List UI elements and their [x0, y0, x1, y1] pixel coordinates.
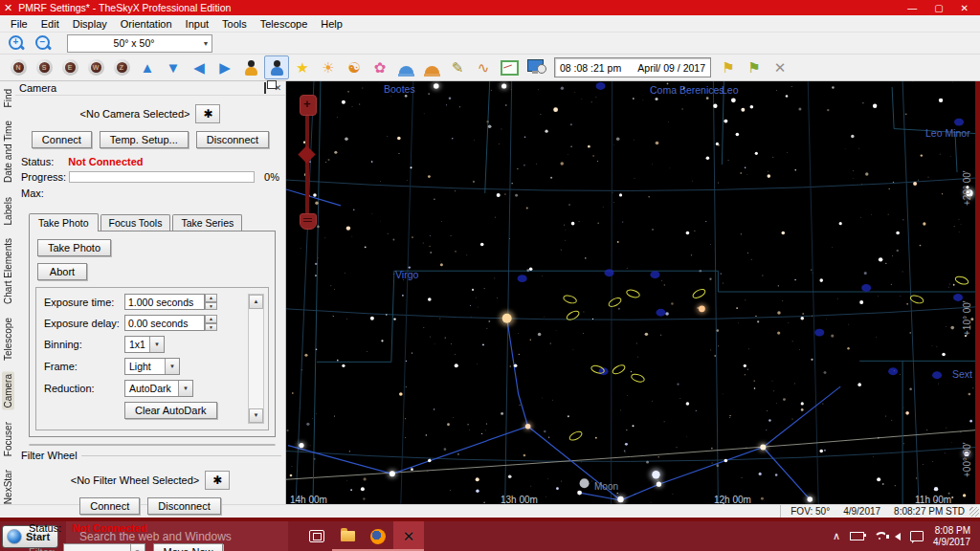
menu-item-display[interactable]: Display — [66, 17, 114, 31]
minimize-icon[interactable]: — — [907, 3, 917, 13]
max-label: Max: — [21, 187, 285, 199]
menu-item-input[interactable]: Input — [179, 17, 215, 31]
float-panel-icon[interactable] — [264, 83, 266, 93]
zoom-slider[interactable] — [300, 95, 315, 231]
spinner-control[interactable]: ▲▼ — [205, 294, 217, 310]
zoom-in-button[interactable]: + — [4, 32, 29, 55]
sun-options-button[interactable]: ☀ — [316, 55, 341, 79]
look-south-icon: S — [36, 59, 53, 76]
zoom-plus-icon[interactable] — [300, 95, 317, 116]
camera-settings-button[interactable]: ✱ — [195, 104, 220, 123]
sidebar-tab-nexstar[interactable]: NexStar — [2, 468, 14, 506]
horizontal-scrollbar[interactable] — [29, 444, 276, 446]
camera-disconnect-button[interactable]: Disconnect — [196, 131, 269, 148]
close-tool-button[interactable]: ✕ — [768, 55, 792, 79]
progress-bar — [69, 171, 255, 183]
temp-setup-button[interactable]: Temp. Setup... — [100, 131, 189, 148]
stellar-options-button[interactable]: ★ — [290, 55, 315, 79]
frame-select[interactable]: Light▼ — [124, 358, 180, 375]
wifi-icon[interactable] — [874, 532, 885, 540]
move-down-button[interactable]: ▼ — [161, 55, 186, 79]
move-now-button[interactable]: Move Now — [153, 543, 224, 551]
constellation-lines-button[interactable]: ∿ — [471, 55, 496, 79]
observer-view-button[interactable] — [238, 55, 263, 79]
camera-connect-button[interactable]: Connect — [32, 131, 92, 148]
zoom-out-button[interactable]: − — [31, 32, 56, 55]
filter-settings-button[interactable]: ✱ — [205, 471, 230, 490]
field-row: Clear AutoDark — [44, 402, 243, 419]
tray-chevron-icon[interactable]: ∧ — [833, 530, 840, 542]
battery-icon[interactable] — [850, 532, 864, 540]
camera-panel-title: Camera — [19, 82, 256, 94]
menu-item-help[interactable]: Help — [314, 17, 349, 31]
galaxy-options-button[interactable]: ☯ — [342, 55, 367, 79]
dome-blue-button[interactable] — [393, 55, 418, 79]
select-value: AutoDark — [125, 383, 178, 394]
labels-tool-button[interactable]: ✎ — [445, 55, 470, 79]
chart-status-segment: FOV: 50° 4/9/2017 8:08:27 PM STD — [780, 505, 980, 518]
clear-autodark-button[interactable]: Clear AutoDark — [124, 402, 217, 419]
speaker-icon[interactable] — [895, 533, 901, 540]
take-photo-button[interactable]: Take Photo — [37, 239, 111, 256]
menu-item-tools[interactable]: Tools — [215, 17, 254, 31]
filter-status-label: Status: — [29, 522, 61, 534]
menu-item-file[interactable]: File — [4, 17, 34, 31]
sidebar-tab-camera[interactable]: Camera — [2, 372, 14, 410]
binning-select[interactable]: 1x1▼ — [124, 336, 165, 353]
abort-button[interactable]: Abort — [37, 263, 87, 280]
camera-tab-widget: Take PhotoFocus ToolsTake Series Take Ph… — [29, 214, 276, 437]
sidebar-tab-find[interactable]: Find — [2, 87, 14, 109]
computer-time-button[interactable] — [523, 55, 547, 79]
task-view-button[interactable] — [301, 521, 332, 551]
theskyx-taskbar-button[interactable]: ✕ — [393, 521, 424, 551]
move-up-button[interactable]: ▲ — [135, 55, 160, 79]
firefox-button[interactable] — [363, 521, 393, 551]
tab-take-photo[interactable]: Take Photo — [29, 213, 99, 231]
observer-view-alt-button[interactable] — [264, 55, 289, 79]
filter-select[interactable]: ▼ — [63, 543, 145, 551]
find-marker-alt-button[interactable]: ⚑ — [742, 55, 767, 79]
menu-item-telescope[interactable]: Telescope — [254, 17, 315, 31]
find-marker-button[interactable]: ⚑ — [716, 55, 741, 79]
chart-legend-button[interactable] — [497, 55, 522, 79]
fov-selector[interactable]: 50° x 50° ▼ — [67, 34, 212, 53]
sidebar-tab-focuser[interactable]: Focuser — [2, 420, 14, 458]
exposure-delay-input[interactable]: 0.00 seconds — [124, 315, 205, 331]
exposure-time-input[interactable]: 1.000 seconds — [124, 294, 205, 310]
tab-focus-tools[interactable]: Focus Tools — [100, 214, 171, 231]
resize-grip[interactable] — [969, 507, 979, 517]
menu-item-edit[interactable]: Edit — [34, 17, 66, 31]
menu-item-orientation[interactable]: Orientation — [114, 17, 179, 31]
vertical-scrollbar[interactable]: ▲ ▼ — [248, 294, 264, 424]
zoom-minus-icon[interactable] — [300, 213, 317, 230]
look-north-button[interactable]: N — [6, 55, 31, 79]
galaxy-marker-yellow — [612, 364, 627, 376]
nebula-options-button[interactable]: ✿ — [368, 55, 392, 79]
spinner-control[interactable]: ▲▼ — [205, 315, 217, 331]
move-right-button[interactable]: ▶ — [212, 55, 237, 79]
sky-chart[interactable]: BootesComa BerenicesLeoLeo MinorVirgoSex… — [286, 81, 975, 504]
look-south-button[interactable]: S — [32, 55, 56, 79]
move-left-button[interactable]: ◀ — [187, 55, 212, 79]
taskbar-clock[interactable]: 8:08 PM 4/9/2017 — [933, 525, 970, 548]
maximize-icon[interactable]: ▢ — [934, 3, 943, 13]
close-icon[interactable]: ✕ — [961, 3, 969, 13]
scroll-down-icon[interactable]: ▼ — [249, 408, 263, 423]
zoom-slider-handle[interactable] — [298, 145, 315, 163]
sidebar-tab-labels[interactable]: Labels — [2, 195, 14, 227]
time-date-field[interactable]: 08 :08 :21 pmApril/ 09 / 2017 — [554, 57, 711, 77]
reduction-select[interactable]: AutoDark▼ — [124, 380, 193, 397]
sidebar-tab-telescope[interactable]: Telescope — [2, 316, 14, 363]
look-east-button[interactable]: E — [57, 55, 82, 79]
look-zenith-button[interactable]: Z — [109, 55, 134, 79]
file-explorer-button[interactable] — [332, 521, 363, 551]
sidebar-tab-date-and-time[interactable]: Date and Time — [2, 119, 14, 185]
look-west-button[interactable]: W — [83, 55, 108, 79]
notification-icon[interactable] — [910, 531, 924, 541]
scroll-up-icon[interactable]: ▲ — [249, 295, 263, 309]
tab-take-series[interactable]: Take Series — [172, 214, 242, 231]
sidebar-tab-chart-elements[interactable]: Chart Elements — [2, 236, 14, 306]
filter-disconnect-button[interactable]: Disconnect — [147, 497, 220, 515]
dome-orange-button[interactable] — [419, 55, 444, 79]
filter-connect-button[interactable]: Connect — [79, 497, 140, 515]
